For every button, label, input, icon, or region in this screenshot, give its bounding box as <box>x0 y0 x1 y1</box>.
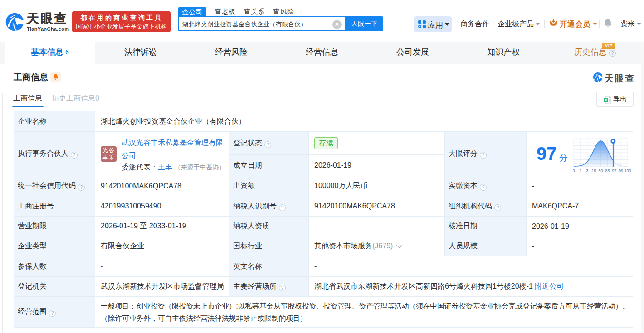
svg-text:15: 15 <box>592 169 596 173</box>
svg-text:1: 1 <box>579 169 581 173</box>
svg-text:85: 85 <box>605 169 610 173</box>
svg-text:50: 50 <box>598 169 603 173</box>
svg-text:99: 99 <box>619 169 623 173</box>
svg-text:100: 100 <box>624 169 631 173</box>
svg-text:3: 3 <box>586 169 588 173</box>
svg-text:0: 0 <box>573 169 575 173</box>
svg-text:97: 97 <box>612 169 616 173</box>
